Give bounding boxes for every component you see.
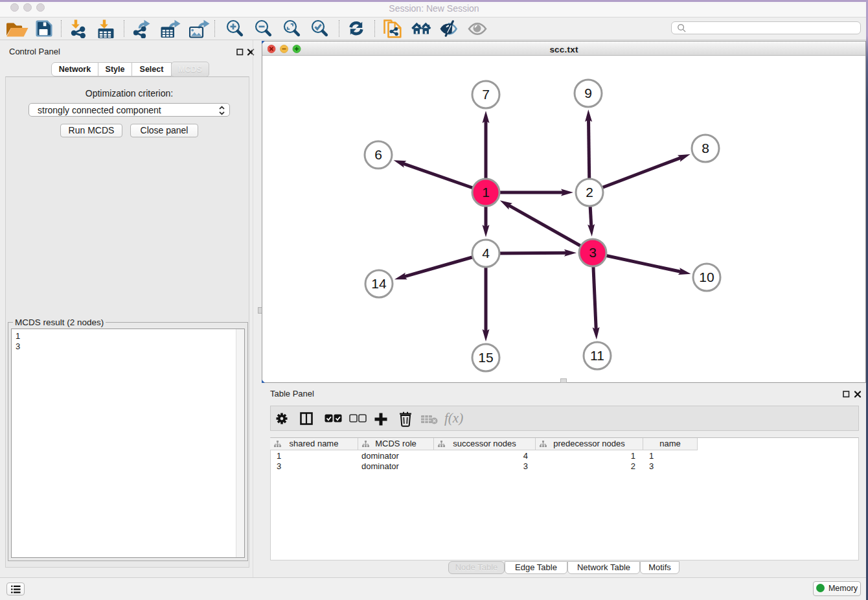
svg-text:9: 9 xyxy=(584,86,592,100)
svg-text:3: 3 xyxy=(589,245,597,260)
svg-text:2: 2 xyxy=(586,185,593,200)
svg-text:11: 11 xyxy=(590,348,604,363)
svg-text:6: 6 xyxy=(374,147,382,162)
svg-text:14: 14 xyxy=(371,276,387,291)
svg-text:15: 15 xyxy=(478,350,493,365)
svg-text:8: 8 xyxy=(702,141,709,156)
svg-text:1: 1 xyxy=(482,185,490,200)
svg-text:10: 10 xyxy=(699,270,714,284)
svg-text:7: 7 xyxy=(482,87,490,102)
svg-text:4: 4 xyxy=(482,246,490,260)
